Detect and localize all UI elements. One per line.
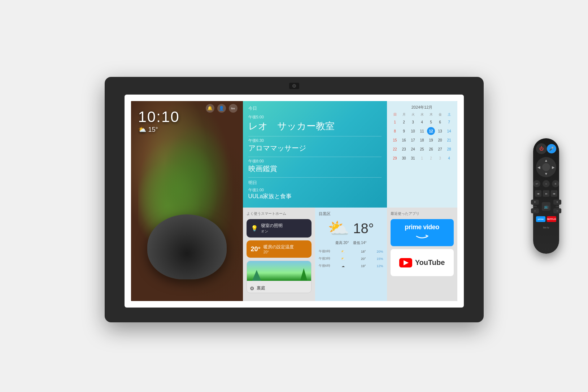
schedule-time-tomorrow-1: 午後1:00 — [248, 187, 382, 193]
cal-header-mon: 月 — [400, 112, 408, 117]
menu-button[interactable]: ≡ — [552, 180, 559, 187]
ch-down-button[interactable]: − — [553, 208, 561, 213]
fast-forward-button[interactable]: ⏭ — [551, 190, 557, 197]
mic-button[interactable]: 🎤 — [547, 144, 556, 153]
calendar-week-5: 29 30 31 1 2 3 4 — [391, 154, 454, 162]
tv-input-button[interactable]: 📺 — [542, 202, 550, 211]
youtube-card[interactable]: YouTube — [391, 249, 454, 276]
cal-day-4-sun: 22 — [391, 145, 399, 153]
netflix-shortcut-button[interactable]: NETFLIX — [547, 216, 556, 222]
cal-day-3-sun: 15 — [391, 136, 399, 144]
smart-light-card[interactable]: 💡 寝室の照明 オン — [247, 219, 312, 238]
schedule-time-1: 午後5:00 — [248, 114, 382, 120]
youtube-label: YouTube — [415, 258, 445, 267]
cal-day-4-fri: 27 — [436, 145, 444, 153]
nav-up[interactable]: ▲ — [544, 158, 548, 162]
calendar-week-3: 15 16 17 18 19 20 21 — [391, 136, 454, 144]
cal-header-wed: 水 — [418, 112, 426, 117]
cal-day-3-wed: 18 — [418, 136, 426, 144]
cal-header-sat: 土 — [445, 112, 453, 117]
heat-temp-display: 20° — [251, 245, 261, 253]
left-panel: 10:10 ⛅ 15° 🔔 👤 fire — [131, 101, 243, 301]
play-pause-button[interactable]: ⏯ — [543, 190, 549, 197]
forecast-icon-1: ⛅ — [340, 250, 347, 253]
power-button[interactable]: ⏻ — [536, 143, 547, 154]
schedule-title-1: レオ サッカー教室 — [248, 120, 382, 132]
clock-time: 10:10 — [138, 108, 180, 126]
forecast-temp-1: 18° — [355, 250, 366, 253]
garden-tree-1 — [300, 268, 308, 281]
top-right: 今日 午後5:00 レオ サッカー教室 午後6:30 アロママッサージ — [243, 101, 457, 208]
calendar-day-headers: 日 月 火 水 木 金 土 — [391, 112, 454, 117]
vol-up-button[interactable]: + — [531, 200, 539, 205]
schedule-divider-1 — [248, 136, 382, 136]
cal-day-3-thu: 19 — [427, 136, 435, 144]
rewind-button[interactable]: ⏮ — [535, 190, 541, 197]
forecast-hum-3: 12% — [374, 264, 383, 268]
light-icon: 💡 — [251, 225, 258, 232]
vol-label: VOL — [533, 205, 537, 208]
cal-day-5-fri: 3 — [436, 154, 444, 162]
weather-min: 最低 14° — [353, 241, 367, 245]
smarthome-label: よく使うスマートホーム — [247, 211, 312, 216]
smart-garden-card[interactable]: ⚙ 裏庭 — [247, 261, 312, 293]
weather-temp-big: 18° — [353, 221, 374, 236]
cal-day-4-tue: 24 — [409, 145, 417, 153]
garden-name: 裏庭 — [257, 285, 265, 291]
vol-col: + VOL − — [531, 200, 539, 213]
nav-ring: ▲ ▼ ◀ ▶ — [536, 157, 556, 177]
calendar-panel: 2024年12月 日 月 火 水 木 金 土 — [387, 101, 457, 208]
clock-weather: ⛅ 15° — [138, 126, 180, 134]
schedule-panel: 今日 午後5:00 レオ サッカー教室 午後6:30 アロママッサージ — [243, 101, 387, 208]
home-button[interactable]: ○ — [543, 180, 550, 187]
cal-day-5-sat: 4 — [445, 154, 453, 162]
nav-right[interactable]: ▶ — [552, 165, 555, 169]
cal-day-5-tue: 31 — [409, 154, 417, 162]
schedule-item-2: 午後6:30 アロママッサージ — [248, 138, 382, 153]
smart-heat-name: 暖房の設定温度 — [263, 244, 307, 250]
cal-day-1-thu: 5 — [427, 118, 435, 126]
nav-left[interactable]: ◀ — [537, 165, 540, 169]
remote-power-row: ⏻ 🎤 — [536, 143, 556, 154]
forecast-row-2: 午後3時 ⛅ 20° 15% — [319, 256, 383, 262]
garden-tree-2 — [252, 270, 261, 281]
prime-logo — [415, 232, 428, 242]
control-row: ↩ ○ ≡ — [533, 180, 559, 187]
schedule-title-tomorrow-1: UULa家族と食事 — [248, 193, 382, 200]
garden-image — [247, 261, 311, 281]
remote-control: ⏻ 🎤 ▲ ▼ ◀ ▶ ↩ ○ ≡ ⏮ ⏯ ⏭ + VOL − 📺 + CH − — [533, 138, 559, 254]
garden-gear-icon: ⚙ — [250, 286, 254, 291]
weather-minmax: 最高 20° 最低 14° — [319, 240, 383, 245]
prime-video-card[interactable]: prime video — [391, 219, 454, 246]
nav-select[interactable] — [542, 163, 550, 171]
forecast-icon-3: ☁ — [340, 264, 347, 268]
cal-day-2-sun: 8 — [391, 127, 399, 135]
back-button[interactable]: ↩ — [533, 180, 540, 187]
cal-day-2-tue: 10 — [409, 127, 417, 135]
calendar-week-2: 8 9 10 11 12 13 14 — [391, 127, 454, 135]
tv-screen: 10:10 ⛅ 15° 🔔 👤 fire — [131, 101, 457, 301]
calendar-week-4: 22 23 24 25 26 27 28 — [391, 145, 454, 153]
cal-day-1-mon: 2 — [400, 118, 408, 126]
today-label: 今日 — [248, 105, 382, 112]
schedule-time-2: 午後6:30 — [248, 138, 382, 143]
forecast-temp-3: 19° — [355, 264, 366, 268]
vol-down-button[interactable]: − — [531, 208, 539, 213]
youtube-logo — [399, 258, 412, 267]
smart-heat-text: 暖房の設定温度 20° — [263, 244, 307, 254]
forecast-icon-2: ⛅ — [340, 257, 347, 261]
tv-inner-frame: 10:10 ⛅ 15° 🔔 👤 fire — [125, 95, 464, 308]
ch-up-button[interactable]: + — [553, 200, 561, 205]
weather-panel: 目黒区 ⛅ 18° 最高 20° 最低 14° — [315, 208, 387, 301]
cal-day-3-fri: 20 — [436, 136, 444, 144]
bottom-right: よく使うスマートホーム 💡 寝室の照明 オン 20° — [243, 208, 457, 301]
ch-label: CH — [556, 205, 559, 208]
right-panel: 今日 午後5:00 レオ サッカー教室 午後6:30 アロママッサージ — [243, 101, 457, 301]
smart-heat-card[interactable]: 20° 暖房の設定温度 20° — [247, 240, 312, 258]
schedule-item-3: 午後8:00 映画鑑賞 — [248, 158, 382, 174]
nav-down[interactable]: ▼ — [544, 172, 548, 176]
smart-light-text: 寝室の照明 オン — [261, 223, 307, 234]
prime-shortcut-button[interactable]: prime — [536, 216, 545, 222]
cal-day-5-sun: 29 — [391, 154, 399, 162]
vol-row: + VOL − 📺 + CH − — [531, 200, 561, 213]
